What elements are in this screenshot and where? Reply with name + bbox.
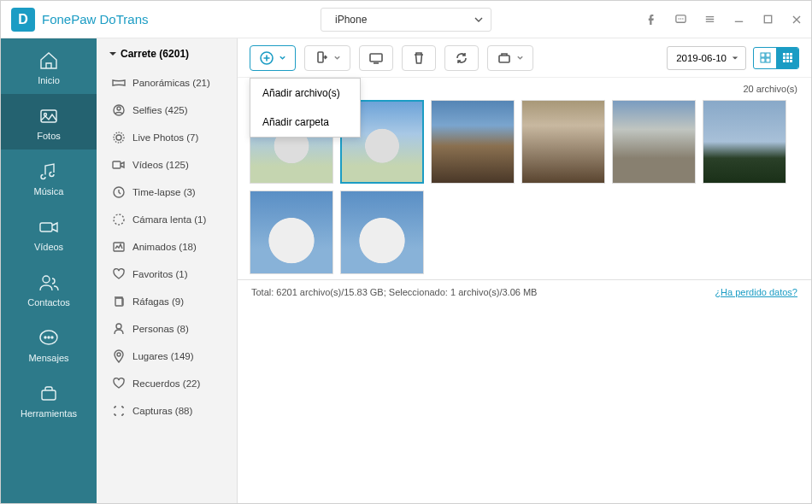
left-nav: Inicio Fotos Música Vídeos Contactos Men… <box>1 38 97 503</box>
minimize-button[interactable] <box>724 1 753 38</box>
svg-rect-40 <box>786 60 789 62</box>
messages-icon <box>38 327 60 349</box>
app-title: FonePaw DoTrans <box>42 12 149 26</box>
add-files-item[interactable]: Añadir archivo(s) <box>250 79 360 108</box>
add-dropdown: Añadir archivo(s) Añadir carpeta <box>250 78 361 138</box>
triangle-down-icon <box>109 50 117 58</box>
album-lugares[interactable]: Lugares (149) <box>97 343 237 370</box>
album-recuerdos[interactable]: Recuerdos (22) <box>97 370 237 397</box>
svg-rect-27 <box>370 54 382 62</box>
lost-data-link[interactable]: ¿Ha perdido datos? <box>715 287 797 297</box>
delete-button[interactable] <box>402 45 436 71</box>
svg-point-16 <box>116 135 121 140</box>
svg-rect-37 <box>786 56 789 59</box>
photo-thumb[interactable] <box>612 100 696 184</box>
svg-rect-38 <box>790 56 792 59</box>
svg-rect-29 <box>761 53 765 57</box>
close-button[interactable] <box>782 1 811 38</box>
album-rafagas[interactable]: Ráfagas (9) <box>97 288 237 315</box>
photo-thumb[interactable] <box>250 190 333 274</box>
svg-rect-39 <box>783 60 786 62</box>
view-small-grid[interactable] <box>776 48 798 68</box>
svg-rect-7 <box>40 223 52 231</box>
nav-music[interactable]: Música <box>1 149 97 205</box>
svg-point-3 <box>682 18 684 20</box>
video-icon <box>112 158 126 172</box>
nav-label: Mensajes <box>28 353 68 363</box>
person-icon <box>112 322 126 336</box>
svg-rect-32 <box>766 58 770 62</box>
slomo-icon <box>112 213 126 226</box>
album-selfies[interactable]: Selfies (425) <box>97 97 237 124</box>
device-name: iPhone <box>330 14 465 26</box>
music-icon <box>38 161 60 183</box>
album-panoramicas[interactable]: Panorámicas (21) <box>97 69 237 97</box>
photo-thumb[interactable] <box>521 100 605 184</box>
chevron-down-icon <box>474 15 484 25</box>
nav-photos[interactable]: Fotos <box>1 94 97 149</box>
svg-rect-18 <box>113 161 121 168</box>
album-personas[interactable]: Personas (8) <box>97 315 237 343</box>
export-device-button[interactable] <box>304 45 350 71</box>
grid-small-icon <box>782 52 793 63</box>
album-favoritos[interactable]: Favoritos (1) <box>97 261 237 288</box>
heart-icon <box>112 267 126 281</box>
svg-point-8 <box>43 276 50 283</box>
svg-point-1 <box>678 18 680 20</box>
album-animados[interactable]: Animados (18) <box>97 233 237 261</box>
svg-rect-41 <box>790 60 792 62</box>
burst-icon <box>112 295 126 308</box>
album-timelapse[interactable]: Time-lapse (3) <box>97 179 237 206</box>
svg-rect-35 <box>790 53 792 56</box>
view-large-grid[interactable] <box>754 48 776 68</box>
svg-rect-31 <box>761 58 765 62</box>
refresh-button[interactable] <box>444 45 479 71</box>
phone-export-icon <box>314 50 329 66</box>
feedback-icon[interactable] <box>666 1 695 38</box>
grid-large-icon <box>760 52 771 63</box>
nav-contacts[interactable]: Contactos <box>1 261 97 316</box>
album-videos[interactable]: Vídeos (125) <box>97 151 237 179</box>
photo-thumb[interactable] <box>703 100 786 184</box>
album-header[interactable]: Carrete (6201) <box>97 38 237 69</box>
home-icon <box>38 50 60 72</box>
nav-tools[interactable]: Herramientas <box>1 372 97 427</box>
svg-rect-34 <box>786 53 789 56</box>
photos-icon <box>38 105 60 127</box>
svg-rect-4 <box>764 15 771 22</box>
album-slomo[interactable]: Cámara lenta (1) <box>97 206 237 233</box>
selfie-icon <box>112 103 126 117</box>
svg-point-17 <box>114 132 124 143</box>
maximize-button[interactable] <box>753 1 782 38</box>
date-picker[interactable]: 2019-06-10 <box>667 46 746 70</box>
nav-label: Fotos <box>37 131 61 141</box>
album-livephotos[interactable]: Live Photos (7) <box>97 124 237 151</box>
svg-rect-28 <box>499 56 509 62</box>
nav-label: Inicio <box>38 75 60 85</box>
nav-label: Herramientas <box>21 408 77 419</box>
svg-point-24 <box>117 353 121 356</box>
toolbar: 2019-06-10 Añadir archivo(s) Añadir carp… <box>238 38 811 78</box>
nav-messages[interactable]: Mensajes <box>1 316 97 372</box>
videos-icon <box>38 216 60 238</box>
toolbox-button[interactable] <box>487 45 533 71</box>
album-capturas[interactable]: Capturas (88) <box>97 397 237 425</box>
device-selector[interactable]: iPhone <box>321 8 491 32</box>
view-toggle <box>753 47 799 69</box>
pc-export-icon <box>368 50 384 66</box>
album-header-label: Carrete (6201) <box>121 48 189 60</box>
add-folder-item[interactable]: Añadir carpeta <box>250 108 360 137</box>
menu-icon[interactable] <box>695 1 724 38</box>
facebook-icon[interactable] <box>637 1 666 38</box>
panorama-icon <box>112 76 126 90</box>
nav-videos[interactable]: Vídeos <box>1 205 97 261</box>
add-button[interactable] <box>250 45 296 71</box>
svg-point-23 <box>116 324 121 329</box>
timelapse-icon <box>112 185 126 199</box>
photo-thumb[interactable] <box>340 190 424 274</box>
nav-home[interactable]: Inicio <box>1 38 97 94</box>
nav-label: Música <box>34 186 64 196</box>
photo-thumb[interactable] <box>431 100 515 184</box>
svg-point-2 <box>680 18 681 20</box>
export-pc-button[interactable] <box>359 45 393 71</box>
